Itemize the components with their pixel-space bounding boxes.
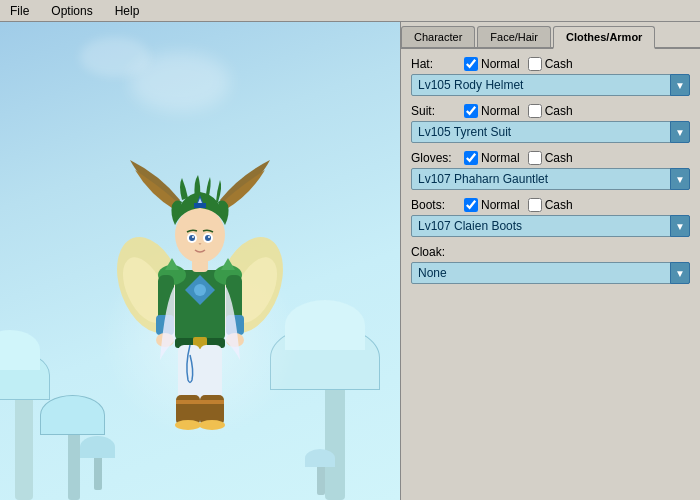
hat-normal-checkbox[interactable] (464, 57, 478, 71)
panel-content: Hat: Normal Cash Lv105 Rody Helmet ▼ (401, 49, 700, 500)
gloves-cash-checkbox-label[interactable]: Cash (528, 151, 573, 165)
gloves-cash-label: Cash (545, 151, 573, 165)
suit-normal-checkbox-label[interactable]: Normal (464, 104, 520, 118)
right-panel: Character Face/Hair Clothes/Armor Hat: N… (400, 22, 700, 500)
gloves-normal-checkbox[interactable] (464, 151, 478, 165)
suit-select[interactable]: Lv105 Tyrent Suit (411, 121, 690, 143)
suit-cash-label: Cash (545, 104, 573, 118)
tab-clothes-armor[interactable]: Clothes/Armor (553, 26, 655, 49)
gloves-cash-checkbox[interactable] (528, 151, 542, 165)
hat-normal-label: Normal (481, 57, 520, 71)
svg-point-6 (194, 284, 206, 296)
hat-cash-label: Cash (545, 57, 573, 71)
suit-select-wrapper: Lv105 Tyrent Suit ▼ (411, 121, 690, 143)
menu-options[interactable]: Options (45, 2, 98, 20)
boots-cash-label: Cash (545, 198, 573, 212)
gloves-select-wrapper: Lv107 Phaharn Gauntlet ▼ (411, 168, 690, 190)
suit-normal-checkbox[interactable] (464, 104, 478, 118)
svg-rect-24 (200, 400, 224, 404)
svg-point-34 (189, 235, 195, 241)
boots-select[interactable]: Lv107 Claien Boots (411, 215, 690, 237)
boots-normal-checkbox-label[interactable]: Normal (464, 198, 520, 212)
gloves-select[interactable]: Lv107 Phaharn Gauntlet (411, 168, 690, 190)
equip-row-hat: Hat: Normal Cash Lv105 Rody Helmet ▼ (411, 57, 690, 96)
cloak-select-wrapper: None ▼ (411, 262, 690, 284)
menu-help[interactable]: Help (109, 2, 146, 20)
hat-cash-checkbox[interactable] (528, 57, 542, 71)
gloves-normal-label: Normal (481, 151, 520, 165)
hat-select[interactable]: Lv105 Rody Helmet (411, 74, 690, 96)
svg-rect-23 (176, 400, 200, 404)
equip-row-gloves: Gloves: Normal Cash Lv107 Phaharn Gauntl… (411, 151, 690, 190)
boots-label: Boots: (411, 198, 456, 212)
boots-select-wrapper: Lv107 Claien Boots ▼ (411, 215, 690, 237)
svg-point-37 (208, 236, 210, 238)
equip-row-cloak: Cloak: None ▼ (411, 245, 690, 284)
cloak-label: Cloak: (411, 245, 456, 259)
svg-point-28 (175, 207, 225, 263)
hat-normal-checkbox-label[interactable]: Normal (464, 57, 520, 71)
suit-normal-label: Normal (481, 104, 520, 118)
svg-point-35 (205, 235, 211, 241)
boots-normal-checkbox[interactable] (464, 198, 478, 212)
equip-row-suit: Suit: Normal Cash Lv105 Tyrent Suit ▼ (411, 104, 690, 143)
svg-point-36 (192, 236, 194, 238)
hat-cash-checkbox-label[interactable]: Cash (528, 57, 573, 71)
tab-face-hair[interactable]: Face/Hair (477, 26, 551, 47)
tab-character[interactable]: Character (401, 26, 475, 47)
svg-point-25 (175, 420, 201, 430)
menu-bar: File Options Help (0, 0, 700, 22)
gloves-normal-checkbox-label[interactable]: Normal (464, 151, 520, 165)
hat-select-wrapper: Lv105 Rody Helmet ▼ (411, 74, 690, 96)
boots-cash-checkbox[interactable] (528, 198, 542, 212)
gloves-label: Gloves: (411, 151, 456, 165)
menu-file[interactable]: File (4, 2, 35, 20)
svg-rect-30 (194, 203, 206, 208)
character-view (0, 22, 400, 500)
character-placeholder (110, 140, 290, 460)
tabs-container: Character Face/Hair Clothes/Armor (401, 22, 700, 49)
boots-cash-checkbox-label[interactable]: Cash (528, 198, 573, 212)
equip-row-boots: Boots: Normal Cash Lv107 Claien Boots ▼ (411, 198, 690, 237)
suit-cash-checkbox-label[interactable]: Cash (528, 104, 573, 118)
suit-cash-checkbox[interactable] (528, 104, 542, 118)
suit-label: Suit: (411, 104, 456, 118)
boots-normal-label: Normal (481, 198, 520, 212)
cloak-select[interactable]: None (411, 262, 690, 284)
svg-point-26 (199, 420, 225, 430)
hat-label: Hat: (411, 57, 456, 71)
main-content: Character Face/Hair Clothes/Armor Hat: N… (0, 22, 700, 500)
